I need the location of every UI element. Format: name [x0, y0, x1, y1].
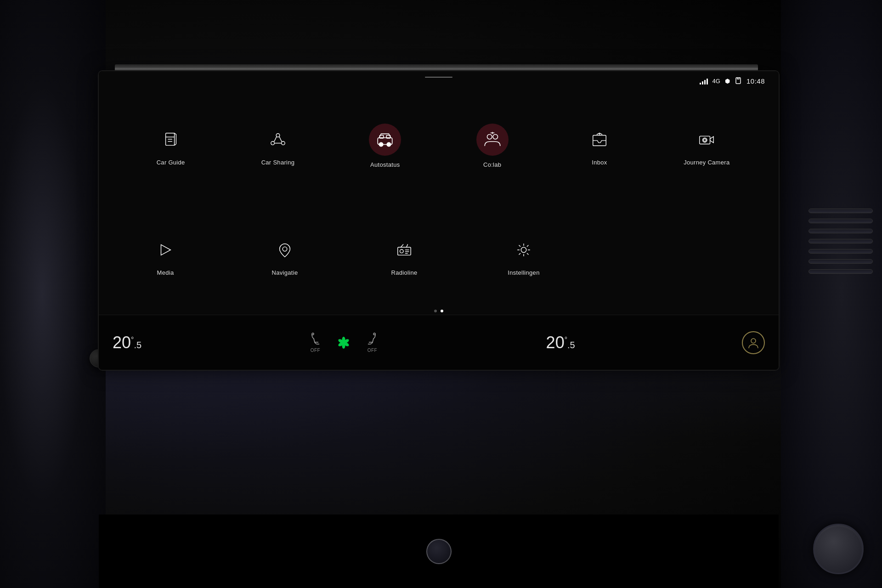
fan-control[interactable] — [336, 335, 351, 351]
bluetooth-icon: ⬢ — [725, 78, 730, 85]
svg-marker-28 — [710, 136, 714, 142]
svg-point-49 — [373, 333, 375, 335]
climate-temp-left[interactable]: 20°.5 — [113, 334, 141, 351]
svg-point-20 — [493, 134, 498, 139]
svg-rect-0 — [736, 78, 741, 84]
app-item-inbox[interactable]: Inbox — [570, 126, 629, 166]
seat-right-label: OFF — [368, 348, 378, 353]
svg-point-15 — [379, 142, 383, 146]
infotainment-screen: 4G ⬢ 10:48 — [99, 71, 779, 370]
car-sharing-label: Car Sharing — [261, 159, 295, 166]
time-display: 10:48 — [746, 77, 765, 85]
navigatie-icon-wrap — [271, 236, 299, 264]
app-item-car-sharing[interactable]: Car Sharing — [248, 126, 308, 166]
signal-bar-1 — [700, 83, 701, 85]
media-label: Media — [157, 269, 174, 276]
people-icon — [483, 130, 502, 149]
temp-left-number: 20 — [113, 333, 131, 352]
car-sharing-icon-wrap — [264, 126, 292, 153]
car-icon — [375, 130, 395, 149]
colab-icon-wrap — [476, 124, 509, 156]
inbox-icon-wrap — [586, 126, 613, 153]
main-wrapper: 4G ⬢ 10:48 — [0, 0, 882, 588]
app-item-instellingen[interactable]: Instellingen — [494, 236, 554, 276]
media-icon-wrap — [152, 236, 179, 264]
app-item-colab[interactable]: Co:lab — [463, 124, 522, 168]
location-icon — [276, 241, 294, 259]
vent-slot — [808, 209, 873, 213]
svg-point-30 — [704, 139, 707, 141]
page-dot-2[interactable] — [441, 310, 443, 312]
signal-bar-3 — [704, 80, 706, 85]
app-item-autostatus[interactable]: Autostatus — [355, 124, 415, 168]
bottom-bar — [99, 514, 779, 588]
screen-content: 4G ⬢ 10:48 — [99, 71, 779, 370]
radioline-label: Radioline — [391, 269, 418, 276]
svg-line-12 — [279, 136, 282, 141]
svg-point-50 — [751, 339, 756, 343]
profile-button[interactable] — [742, 331, 765, 354]
climate-temp-right[interactable]: 20°.5 — [546, 334, 575, 351]
svg-point-41 — [312, 333, 314, 335]
temp-right-value: 20°.5 — [546, 334, 575, 351]
vent-slot — [808, 269, 873, 274]
autostatus-label: Autostatus — [370, 161, 400, 168]
seat-heat-right[interactable]: OFF — [365, 332, 379, 353]
page-indicator-line — [425, 77, 452, 78]
fan-icon — [336, 335, 351, 351]
instellingen-label: Instellingen — [508, 269, 539, 276]
svg-line-25 — [597, 133, 599, 135]
svg-line-26 — [599, 133, 602, 135]
journey-camera-icon-wrap — [693, 126, 720, 153]
svg-point-19 — [487, 134, 492, 139]
app-item-journey-camera[interactable]: Journey Camera — [677, 126, 736, 166]
autostatus-icon-wrap — [369, 124, 401, 156]
svg-line-38 — [401, 244, 403, 248]
svg-point-16 — [387, 142, 391, 146]
seat-heat-left[interactable]: OFF — [308, 332, 322, 353]
climate-bar: 20°.5 OFF — [99, 315, 779, 370]
seat-left-label: OFF — [311, 348, 321, 353]
svg-point-34 — [400, 249, 404, 253]
status-bar: 4G ⬢ 10:48 — [700, 77, 765, 85]
left-interior-panel — [0, 0, 106, 588]
app-row-2: Media Navigatie — [117, 236, 760, 276]
colab-label: Co:lab — [483, 161, 501, 168]
svg-point-10 — [282, 141, 285, 145]
climate-icons: OFF — [308, 332, 379, 353]
network-label: 4G — [712, 78, 720, 85]
svg-line-11 — [274, 136, 277, 141]
vent-slot — [808, 229, 873, 233]
svg-rect-27 — [700, 136, 710, 144]
svg-line-39 — [407, 244, 408, 248]
right-vent — [781, 161, 882, 322]
profile-icon — [747, 336, 760, 349]
camera-icon — [698, 131, 715, 148]
vent-slot — [808, 219, 873, 223]
instellingen-icon-wrap — [510, 236, 537, 264]
svg-point-32 — [283, 247, 287, 251]
book-icon — [162, 131, 180, 148]
vent-slot — [808, 239, 873, 243]
app-item-car-guide[interactable]: Car Guide — [141, 126, 201, 166]
app-grid: Car Guide — [117, 90, 760, 310]
app-item-navigatie[interactable]: Navigatie — [255, 236, 315, 276]
page-dot-1[interactable] — [434, 310, 437, 312]
seat-right-icon — [365, 332, 379, 346]
inbox-icon — [591, 131, 608, 148]
temp-left-decimal: .5 — [134, 340, 141, 350]
radio-icon — [396, 241, 413, 259]
app-item-radioline[interactable]: Radioline — [374, 236, 434, 276]
svg-point-40 — [521, 247, 526, 252]
app-item-media[interactable]: Media — [136, 236, 195, 276]
home-button[interactable] — [426, 539, 452, 564]
svg-point-9 — [271, 141, 275, 145]
page-dots — [434, 310, 443, 312]
signal-bar-4 — [707, 79, 708, 85]
car-guide-label: Car Guide — [157, 159, 185, 166]
bottom-right-dial[interactable] — [813, 524, 864, 574]
journey-camera-label: Journey Camera — [684, 159, 729, 166]
svg-point-8 — [276, 134, 280, 137]
seat-left-icon — [308, 332, 322, 346]
radioline-icon-wrap — [390, 236, 418, 264]
